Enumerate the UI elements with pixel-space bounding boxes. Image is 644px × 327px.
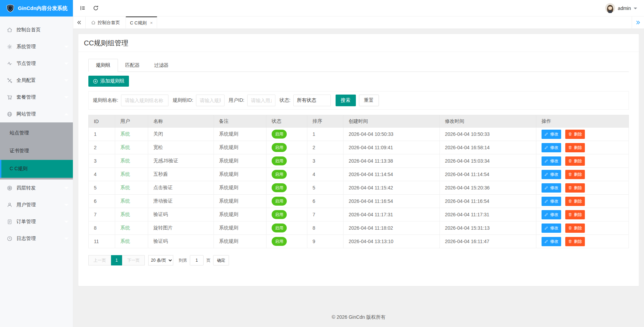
delete-button[interactable]: 删除	[565, 210, 585, 219]
delete-button[interactable]: 删除	[565, 143, 585, 152]
tab-cc-rules[interactable]: C C规则 ×	[126, 17, 157, 29]
status-badge: 启用	[272, 170, 287, 179]
delete-button[interactable]: 删除	[565, 156, 585, 166]
jump-page-input[interactable]	[190, 255, 204, 265]
user-link[interactable]: 系统	[120, 238, 130, 244]
edit-button[interactable]: 修改	[542, 143, 561, 152]
sidebar-item-sphere[interactable]: 四层转发	[0, 179, 73, 196]
rule-tab[interactable]: 匹配器	[118, 59, 147, 72]
gear-icon	[7, 44, 12, 50]
prev-page-button[interactable]: 上一页	[88, 255, 111, 265]
user-link[interactable]: 系统	[120, 211, 130, 217]
cell-created: 2026-04-04 11:09:41	[343, 141, 440, 154]
delete-button[interactable]: 删除	[565, 197, 585, 206]
cell-updated: 2026-04-04 15:20:36	[440, 181, 536, 195]
trash-icon	[568, 159, 572, 163]
user-id-input[interactable]	[247, 95, 275, 106]
sidebar-item-gear[interactable]: 系统管理	[0, 38, 73, 55]
app-logo: GinCdn内容分发系统	[0, 0, 73, 17]
edit-button[interactable]: 修改	[542, 156, 561, 166]
refresh-icon[interactable]	[89, 0, 102, 17]
sidebar-item-label: 订单管理	[17, 219, 36, 225]
sidebar-item-label: 用户管理	[17, 202, 36, 208]
sidebar-item-cart[interactable]: 套餐管理	[0, 89, 73, 106]
cell-id: 4	[89, 168, 115, 181]
sidebar-item-home[interactable]: 控制台首页	[0, 21, 73, 38]
jump-suffix-label: 页	[206, 258, 210, 263]
reset-button[interactable]: 重置	[359, 95, 379, 106]
page-size-select[interactable]: 20 条/页	[148, 255, 173, 265]
user-link[interactable]: 系统	[120, 185, 130, 190]
cell-created: 2026-04-04 11:17:31	[343, 208, 440, 221]
sidebar-item-globe[interactable]: 网站管理	[0, 106, 73, 122]
user-link[interactable]: 系统	[120, 144, 130, 150]
home-icon	[7, 27, 12, 33]
edit-button[interactable]: 修改	[542, 224, 561, 233]
caret-down-icon	[64, 204, 68, 206]
delete-button[interactable]: 删除	[565, 170, 585, 179]
caret-down-icon	[64, 63, 68, 65]
sidebar-subitem[interactable]: 站点管理	[0, 124, 73, 142]
edit-button[interactable]: 修改	[542, 210, 561, 219]
close-icon[interactable]: ×	[150, 21, 153, 25]
sidebar-item-label: 系统管理	[17, 44, 36, 50]
next-page-button[interactable]: 下一页	[122, 255, 145, 265]
sidebar-item-config[interactable]: 全局配置	[0, 72, 73, 89]
search-button[interactable]: 搜索	[336, 95, 356, 106]
edit-button[interactable]: 修改	[542, 183, 561, 193]
cell-created: 2026-04-04 11:16:54	[343, 195, 440, 208]
card-body: 规则组匹配器过滤器 添加规则组 规则组名称: 规则组ID: 用户ID:	[78, 52, 639, 286]
sidebar-subitem[interactable]: 证书管理	[0, 142, 73, 160]
pagination: 上一页 1 下一页 20 条/页 到第 页 确定	[88, 255, 629, 265]
trash-icon	[568, 239, 572, 243]
user-menu[interactable]: admin	[605, 3, 644, 13]
delete-button[interactable]: 删除	[565, 237, 585, 246]
group-name-input[interactable]	[121, 95, 168, 106]
sidebar-item-user[interactable]: 用户管理	[0, 196, 73, 213]
column-header: 创建时间	[343, 115, 440, 128]
cell-note: 系统规则	[214, 235, 266, 248]
delete-button[interactable]: 删除	[565, 130, 585, 139]
cell-updated: 2026-04-04 11:17:31	[440, 208, 536, 221]
tabs-more-button[interactable]	[632, 17, 644, 29]
status-select[interactable]: 所有状态	[293, 95, 331, 106]
user-link[interactable]: 系统	[120, 198, 130, 204]
tab-label: C C规则	[130, 20, 146, 26]
edit-button[interactable]: 修改	[542, 170, 561, 179]
trash-icon	[568, 145, 572, 150]
status-badge: 启用	[272, 130, 287, 139]
sidebar-item-log[interactable]: 日志管理	[0, 230, 73, 247]
user-link[interactable]: 系统	[120, 171, 130, 177]
caret-down-icon	[64, 79, 68, 81]
user-link[interactable]: 系统	[120, 225, 130, 230]
sidebar-item-node[interactable]: 节点管理	[0, 55, 73, 72]
user-link[interactable]: 系统	[120, 158, 130, 163]
delete-button[interactable]: 删除	[565, 183, 585, 193]
edit-button[interactable]: 修改	[542, 197, 561, 206]
current-page-button[interactable]: 1	[111, 255, 122, 265]
sidebar-subitem-label: 证书管理	[10, 148, 29, 154]
column-header: 名称	[148, 115, 214, 128]
user-link[interactable]: 系统	[120, 131, 130, 137]
home-icon	[91, 20, 96, 25]
cell-created: 2026-04-04 10:50:33	[343, 128, 440, 141]
tab-console-home[interactable]: 控制台首页	[86, 17, 126, 29]
chevron-down-icon	[634, 8, 637, 9]
rule-tab[interactable]: 规则组	[88, 59, 118, 72]
tabs-scroll-left-button[interactable]	[73, 17, 86, 29]
add-rule-group-button[interactable]: 添加规则组	[88, 76, 129, 87]
cell-updated: 2026-04-04 15:03:34	[440, 154, 536, 168]
sidebar-item-label: 套餐管理	[17, 94, 36, 100]
delete-button[interactable]: 删除	[565, 224, 585, 233]
group-id-input[interactable]	[196, 95, 225, 106]
sidebar-item-order[interactable]: 订单管理	[0, 213, 73, 230]
edit-button[interactable]: 修改	[542, 237, 561, 246]
table-header-row: ID用户名称备注状态排序创建时间修改时间操作	[89, 115, 629, 128]
sidebar-subitem[interactable]: C C规则	[0, 160, 73, 178]
caret-up-icon	[64, 113, 68, 115]
confirm-jump-button[interactable]: 确定	[213, 255, 229, 265]
column-header: 备注	[214, 115, 266, 128]
edit-button[interactable]: 修改	[542, 130, 561, 139]
collapse-sidebar-icon[interactable]	[76, 0, 89, 17]
rule-tab[interactable]: 过滤器	[147, 59, 176, 72]
